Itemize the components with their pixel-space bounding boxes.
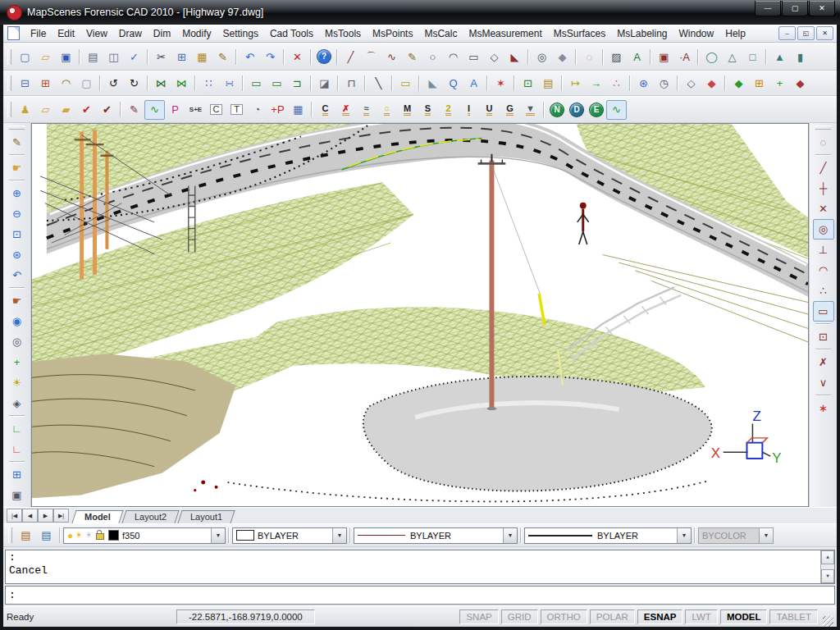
tab-prev-button[interactable]: ◀ [22, 509, 38, 523]
text-button[interactable]: A [627, 47, 647, 66]
extend-button[interactable]: ⊐ [287, 74, 308, 94]
mirror-3d-button[interactable]: ⋈ [171, 74, 192, 94]
snap-node-button[interactable]: ∴ [813, 281, 834, 301]
mdi-close-button[interactable]: ✕ [816, 26, 833, 40]
command-history[interactable]: :Cancel ▲ ▼ [5, 550, 835, 584]
open-points-button[interactable]: ▱ [35, 100, 56, 120]
cut-button[interactable]: ✂ [151, 47, 171, 66]
snap-endpoint-button[interactable]: ╱ [813, 158, 834, 178]
layer-previous-button[interactable]: ▤ [36, 526, 57, 546]
menu-item[interactable]: Cad Tools [264, 26, 319, 41]
menu-item[interactable]: MsPoints [367, 26, 418, 41]
measure-distance-button[interactable]: ↦ [565, 74, 586, 94]
array-polar-button[interactable]: ∺ [219, 74, 240, 94]
layer-unisolate-button[interactable]: U [479, 100, 500, 120]
pan-button[interactable]: ☛ [7, 158, 28, 178]
rotate-cw-button[interactable]: ↻ [124, 74, 144, 94]
menu-item[interactable]: MsLabeling [611, 26, 673, 41]
block-editor-button[interactable]: ⊡ [518, 74, 538, 94]
pyramid-button[interactable]: △ [722, 47, 742, 66]
menu-item[interactable]: View [80, 26, 113, 41]
drawing-canvas[interactable]: Z X Y [31, 123, 809, 507]
snap-midpoint-button[interactable]: ┼ [813, 178, 834, 199]
north-button[interactable]: N [550, 103, 564, 117]
resize-grip[interactable] [823, 616, 833, 627]
draw-ellipse-arc-button[interactable]: ◠ [443, 47, 463, 66]
import-points-button[interactable]: ▰ [56, 100, 76, 120]
menu-item[interactable]: MsCalc [418, 26, 463, 41]
toggle-polar[interactable]: POLAR [590, 609, 635, 624]
pan-point-button[interactable]: ☛ [7, 290, 28, 311]
tab-last-button[interactable]: ▶| [53, 509, 69, 523]
toolbar-grip[interactable] [7, 102, 11, 117]
copy-object-button[interactable]: ⊟ [15, 74, 35, 94]
draw-line-button[interactable]: ╱ [340, 47, 361, 66]
undo-button[interactable]: ↶ [240, 47, 260, 66]
print-button[interactable]: ▤ [83, 47, 103, 66]
cone-button[interactable]: ▲ [769, 47, 790, 66]
menu-item[interactable]: Settings [217, 26, 264, 41]
menu-item[interactable]: Edit [52, 26, 80, 41]
named-views-button[interactable]: ☀ [7, 372, 28, 393]
toolbar-grip[interactable] [8, 527, 12, 543]
layer-isolate2-button[interactable]: 2 [438, 100, 459, 120]
color-dropdown[interactable]: BYLAYER ▼ [232, 527, 347, 544]
copy-multiple-button[interactable]: ⊞ [35, 74, 56, 94]
layer-on-button[interactable]: ○ [377, 100, 397, 120]
pick-hammer-button[interactable]: ╲ [368, 74, 389, 94]
draw-polygon-button[interactable]: ◇ [484, 47, 504, 66]
lengthen-button[interactable]: ⊓ [341, 74, 362, 94]
properties-button[interactable]: ▤ [538, 74, 559, 94]
start-end-points-button[interactable]: S+E [185, 100, 206, 120]
draw-ellipse-button[interactable]: ○ [422, 47, 443, 66]
layer-set-button[interactable]: S [418, 100, 438, 120]
hatch-button[interactable]: ▨ [606, 47, 627, 66]
polyline-3d-button[interactable]: ∿ [606, 100, 627, 120]
menu-item[interactable]: MsMeasurement [463, 26, 547, 41]
snap-perpendicular-button[interactable]: ⊥ [813, 240, 834, 260]
point-pt-button[interactable]: P [165, 100, 185, 120]
coordinates-display[interactable]: -22.5871,-168.9719,0.0000 [176, 609, 315, 624]
linetype-dropdown-arrow[interactable]: ▼ [503, 528, 517, 543]
edit-text-button[interactable]: A [463, 74, 484, 94]
flag-edit-button[interactable]: ◆ [790, 74, 810, 94]
linetype-dropdown[interactable]: BYLAYER ▼ [354, 527, 518, 544]
draw-spline-button[interactable]: ∿ [381, 47, 402, 66]
toggle-ortho[interactable]: ORTHO [541, 609, 587, 624]
scroll-down-button[interactable]: ▼ [821, 569, 834, 583]
box-button[interactable]: □ [742, 47, 763, 66]
spell-check-button[interactable]: ✓ [124, 47, 144, 66]
layer-freeze-icon[interactable]: ☀ [84, 530, 93, 541]
menu-item[interactable]: MsSurfaces [548, 26, 611, 41]
snap-tangent-button[interactable]: ◠ [813, 260, 834, 281]
draw-arc-button[interactable]: ⌒ [361, 47, 381, 66]
cylinder-button[interactable]: ▮ [790, 47, 810, 66]
toggle-lwt[interactable]: LWT [685, 609, 717, 624]
layer-dropdown[interactable]: ● ☀ ☀ f350 ▼ [63, 527, 226, 544]
draw-region-button[interactable]: ◌ [579, 47, 600, 66]
chamfer-button[interactable]: ◣ [422, 74, 443, 94]
drop-color-button[interactable]: ◆ [728, 74, 749, 94]
stretch-button[interactable]: ▭ [246, 74, 267, 94]
mdi-minimize-button[interactable]: – [778, 26, 796, 40]
toggle-tablet[interactable]: TABLET [769, 609, 818, 624]
layer-group-button[interactable]: G [500, 100, 520, 120]
zoom-extents-button[interactable]: ⊛ [7, 244, 28, 265]
draw-sketch-button[interactable]: ✎ [402, 47, 422, 66]
digitizer-button[interactable]: ✎ [7, 132, 28, 153]
document-icon[interactable] [7, 26, 20, 40]
offset-button[interactable]: ◠ [56, 74, 76, 94]
snap-from-button[interactable]: ⊡ [813, 326, 834, 347]
camera-view-button[interactable]: ◎ [7, 331, 28, 352]
view-points-button[interactable]: ◔ [247, 100, 267, 120]
paste-button[interactable]: ▦ [192, 47, 212, 66]
coordinates-toggle-button[interactable]: C [206, 100, 226, 120]
datum-button[interactable]: D [569, 103, 584, 117]
text-toggle-button[interactable]: T [226, 100, 247, 120]
toggle-grid[interactable]: GRID [501, 609, 538, 624]
toolbar-grip[interactable] [815, 126, 831, 130]
new-file-button[interactable]: ▢ [15, 47, 35, 66]
color-dropdown-arrow[interactable]: ▼ [332, 528, 346, 543]
layer-current-button[interactable]: C [315, 100, 336, 120]
view-axis-button[interactable]: + [7, 352, 28, 372]
